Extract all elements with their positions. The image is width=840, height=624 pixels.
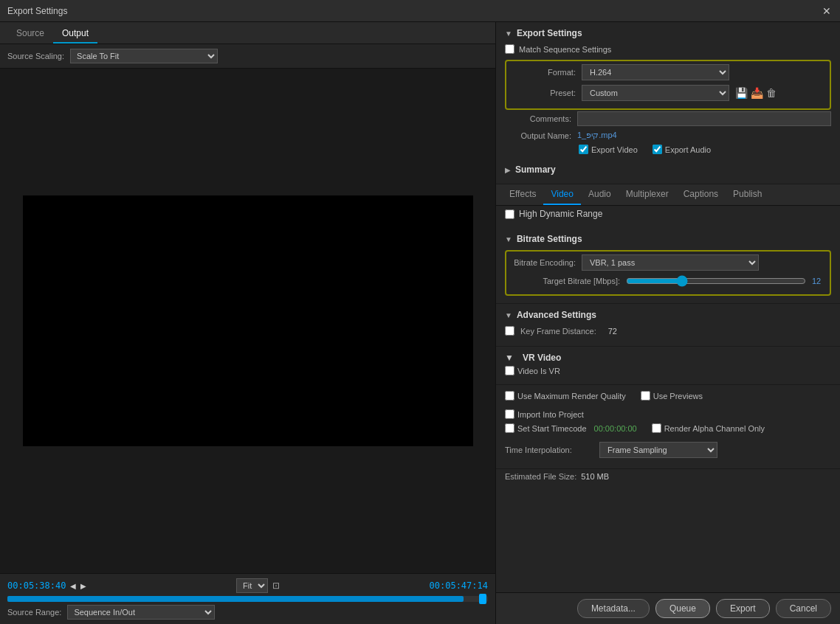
vr-video-checkbox[interactable]: [505, 366, 514, 375]
tab-publish[interactable]: Publish: [726, 184, 769, 205]
import-preset-icon[interactable]: 📥: [751, 87, 763, 99]
output-name-row: Output Name: 1_קיפ.mp4: [505, 131, 831, 140]
metadata-button[interactable]: Metadata...: [577, 599, 650, 618]
preset-label: Preset:: [509, 89, 576, 97]
format-preset-highlight: Format: H.264 H.265 ProRes Preset: Custo…: [505, 60, 831, 110]
bitrate-highlight: Bitrate Encoding: VBR, 1 pass VBR, 2 pas…: [505, 250, 831, 296]
render-alpha-checkbox[interactable]: [652, 423, 661, 433]
key-frame-checkbox[interactable]: [505, 326, 514, 336]
tab-captions[interactable]: Captions: [676, 184, 726, 205]
source-range-label: Source Range:: [7, 608, 61, 617]
close-button[interactable]: ✕: [821, 5, 833, 17]
tab-output[interactable]: Output: [53, 24, 97, 44]
vr-video-row: Video Is VR: [505, 366, 831, 375]
export-audio-row: Export Audio: [653, 145, 711, 154]
preset-icons: 💾 📥 🗑: [735, 87, 777, 99]
timecode-display: 00:00:00:00: [594, 424, 637, 433]
queue-button[interactable]: Queue: [655, 599, 710, 618]
export-settings-title: Export Settings: [517, 28, 582, 38]
export-audio-label: Export Audio: [665, 145, 711, 154]
preset-row: Preset: Custom 💾 📥 🗑: [509, 85, 827, 101]
source-range-select[interactable]: Sequence In/Out Work Area Entire Sequenc…: [67, 605, 215, 620]
key-frame-row: Key Frame Distance: 72: [505, 326, 831, 336]
target-bitrate-row: Target Bitrate [Mbps]: 12: [509, 275, 827, 287]
export-settings-section: ▼ Export Settings Match Sequence Setting…: [496, 22, 840, 184]
file-size-label: Estimated File Size:: [505, 472, 576, 481]
comments-input[interactable]: [577, 111, 831, 126]
bottom-options: Use Maximum Render Quality Use Previews …: [496, 385, 840, 469]
import-project-row: Import Into Project: [505, 409, 831, 419]
tab-multiplexer[interactable]: Multiplexer: [619, 184, 676, 205]
match-sequence-checkbox[interactable]: [505, 44, 514, 54]
vr-title: VR Video: [523, 353, 561, 363]
main-container: Source Output Source Scaling: Scale To F…: [0, 22, 840, 624]
encoding-select[interactable]: VBR, 1 pass VBR, 2 pass CBR: [582, 254, 759, 271]
use-previews-row: Use Previews: [641, 391, 703, 401]
tab-video[interactable]: Video: [543, 184, 580, 205]
export-button[interactable]: Export: [716, 599, 770, 618]
comments-label: Comments:: [505, 114, 571, 123]
tab-source[interactable]: Source: [7, 24, 53, 44]
nav-prev[interactable]: ◀: [70, 582, 76, 590]
hdr-checkbox[interactable]: [505, 209, 514, 219]
import-project-checkbox[interactable]: [505, 409, 514, 419]
delete-preset-icon[interactable]: 🗑: [766, 87, 777, 99]
set-start-timecode-checkbox[interactable]: [505, 423, 514, 433]
export-checkboxes: Export Video Export Audio: [505, 145, 831, 157]
use-previews-checkbox[interactable]: [641, 391, 650, 401]
timeline-bar[interactable]: [7, 596, 488, 602]
output-name-link[interactable]: 1_קיפ.mp4: [577, 131, 617, 140]
video-tabs: Effects Video Audio Multiplexer Captions…: [496, 184, 840, 206]
bitrate-header[interactable]: ▼ Bitrate Settings: [505, 234, 831, 244]
bitrate-title: Bitrate Settings: [517, 234, 582, 244]
timeline-handle[interactable]: [479, 594, 486, 604]
target-bitrate-label: Target Bitrate [Mbps]:: [509, 277, 620, 285]
max-render-label: Use Maximum Render Quality: [517, 392, 626, 401]
vr-video-label: Video Is VR: [517, 367, 560, 375]
set-start-timecode-label: Set Start Timecode: [517, 424, 587, 433]
export-video-label: Export Video: [591, 145, 638, 154]
zoom-select[interactable]: Fit: [236, 578, 268, 593]
vr-video-section: ▼ VR Video Video Is VR: [496, 347, 840, 385]
preset-select[interactable]: Custom: [582, 85, 729, 101]
source-scaling-select[interactable]: Scale To Fit Stretch Crop: [70, 49, 218, 63]
max-render-checkbox[interactable]: [505, 391, 514, 401]
export-settings-header[interactable]: ▼ Export Settings: [505, 28, 831, 38]
output-name-label: Output Name:: [505, 131, 571, 140]
export-video-checkbox[interactable]: [579, 145, 588, 154]
hdr-row: High Dynamic Range: [496, 206, 840, 222]
hdr-label: High Dynamic Range: [519, 209, 602, 219]
nav-next[interactable]: ▶: [80, 582, 86, 590]
target-bitrate-value: 12: [812, 277, 827, 285]
time-interp-label: Time Interpolation:: [505, 446, 593, 454]
tab-bar: Source Output: [0, 22, 495, 44]
save-preset-icon[interactable]: 💾: [735, 87, 748, 99]
bitrate-section: ▼ Bitrate Settings Bitrate Encoding: VBR…: [496, 228, 840, 304]
format-select[interactable]: H.264 H.265 ProRes: [582, 64, 729, 80]
time-interpolation-row: Time Interpolation: Frame Sampling Frame…: [505, 442, 831, 458]
advanced-settings-section: ▼ Advanced Settings Key Frame Distance: …: [496, 304, 840, 347]
max-render-row: Use Maximum Render Quality: [505, 391, 626, 401]
bitrate-chevron: ▼: [505, 235, 512, 243]
advanced-settings-header[interactable]: ▼ Advanced Settings: [505, 310, 831, 320]
bottom-controls: 00:05:38:40 ◀ ▶ Fit ⊡ 00:05:47:14: [0, 573, 495, 624]
tab-audio[interactable]: Audio: [581, 184, 619, 205]
file-size-value: 510 MB: [581, 472, 609, 481]
cancel-button[interactable]: Cancel: [776, 599, 831, 618]
tab-effects[interactable]: Effects: [502, 184, 543, 205]
encoding-row: Bitrate Encoding: VBR, 1 pass VBR, 2 pas…: [509, 254, 827, 271]
window-title: Export Settings: [7, 6, 67, 16]
summary-row[interactable]: ▶ Summary: [505, 162, 831, 178]
match-sequence-label: Match Sequence Settings: [519, 45, 611, 54]
export-audio-checkbox[interactable]: [653, 145, 662, 154]
key-frame-label: Key Frame Distance:: [520, 327, 596, 336]
title-bar: Export Settings ✕: [0, 0, 840, 22]
format-row: Format: H.264 H.265 ProRes: [509, 64, 827, 80]
file-size-row: Estimated File Size: 510 MB: [496, 469, 840, 484]
right-panel: ▼ Export Settings Match Sequence Setting…: [496, 22, 840, 624]
time-interp-select[interactable]: Frame Sampling Frame Blending Optical Fl…: [599, 442, 717, 458]
target-bitrate-slider[interactable]: [626, 275, 806, 287]
summary-chevron: ▶: [505, 166, 511, 174]
vr-header[interactable]: ▼ VR Video: [505, 353, 831, 363]
fit-icon[interactable]: ⊡: [272, 580, 280, 591]
